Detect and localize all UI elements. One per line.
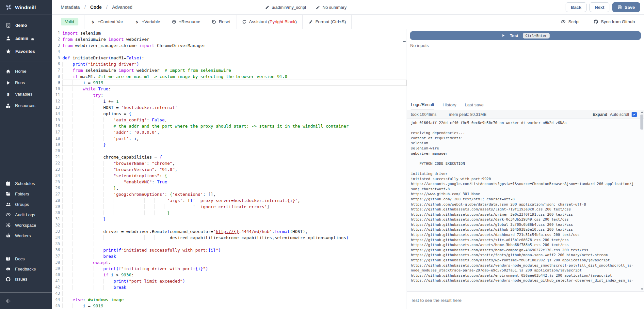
editor-mode-tab[interactable]: Metadata / — [61, 5, 86, 10]
code-line[interactable]: 36 print(f"initiated successfully with p… — [52, 247, 407, 253]
script-summary[interactable]: No summary — [316, 5, 346, 10]
code-line[interactable]: 10 while True: — [52, 86, 407, 92]
logs-tab[interactable]: History — [443, 102, 456, 110]
code-line[interactable]: 20 — [52, 148, 407, 154]
code-line[interactable]: 45 i = 9919 — [52, 303, 407, 309]
code-line[interactable]: 32 — [52, 222, 407, 228]
sidebar-nav-item[interactable]: Issues — [0, 274, 52, 284]
scroll-down-icon[interactable] — [641, 288, 643, 290]
sync-from-github-button[interactable]: Sync from Github — [591, 19, 637, 24]
logs-tab[interactable]: Logs/Result — [411, 102, 434, 110]
code-line[interactable]: 27 'goog:chromeOptions': {'extensions': … — [52, 191, 407, 197]
code-line[interactable]: 26 }, — [52, 185, 407, 191]
sidebar-item-label: Schedules — [15, 181, 35, 186]
sidebar-nav-item[interactable]: Groups — [0, 199, 52, 209]
book-icon — [6, 256, 11, 262]
code-line[interactable]: 44 else: #windows image — [52, 297, 407, 303]
code-line[interactable]: 30 } — [52, 210, 407, 216]
code-line[interactable]: 1import selenium — [52, 30, 407, 36]
sidebar-workspace-item[interactable]: demo — [0, 19, 52, 32]
editor-mode-tab[interactable]: Advanced / — [112, 5, 132, 10]
sidebar-nav-item[interactable]: Schedules — [0, 178, 52, 189]
code-line[interactable]: 7 from seleniumwire import webdriver # I… — [52, 67, 407, 73]
format-button[interactable]: Format (Ctrl+S) — [302, 15, 351, 29]
code-line[interactable]: 37 break — [52, 253, 407, 259]
expand-logs-link[interactable]: Expand — [592, 112, 607, 117]
script-kind-button[interactable]: Script — [559, 19, 582, 24]
editor-mode-tab[interactable]: Code / — [90, 5, 107, 10]
test-button[interactable]: Test Ctrl+Enter — [410, 31, 641, 40]
sidebar-nav-item[interactable]: Variables — [0, 88, 52, 100]
script-path-label: u/admin/my_script — [272, 5, 306, 10]
logs-tab[interactable]: Last save — [465, 102, 484, 110]
add-context-var-button[interactable]: +Context Var — [85, 15, 129, 29]
sidebar-nav-item[interactable]: Runs — [0, 77, 52, 88]
logs-scrollbar[interactable] — [640, 110, 644, 291]
auto-scroll-label[interactable]: Auto scroll — [610, 112, 629, 117]
sidebar-workspace-item[interactable]: Favorites — [0, 45, 52, 58]
code-line[interactable]: 24 "selenoid:options": { — [52, 173, 407, 179]
code-line[interactable]: 43 — [52, 290, 407, 297]
sidebar-nav-item[interactable]: Home — [0, 66, 52, 77]
sidebar-nav-item[interactable]: Feedbacks — [0, 264, 52, 274]
script-path[interactable]: u/admin/my_script — [265, 5, 306, 10]
sidebar-nav-item[interactable]: Workers — [0, 230, 52, 241]
sidebar-nav-item[interactable]: Resources — [0, 100, 52, 111]
sidebar-nav-item[interactable]: Folders — [0, 189, 52, 199]
job-mem-peak: mem peak: 80.31MB — [449, 112, 487, 117]
app-logo[interactable]: Windmill — [0, 0, 52, 15]
code-line[interactable]: 33 driver = webdriver.Remote(command_exe… — [52, 228, 407, 235]
code-line[interactable]: 17 'addr': '0.0.0.0', — [52, 129, 407, 135]
editor-scrollbar[interactable] — [402, 29, 407, 309]
code-line[interactable]: 6 print("initiating driver") — [52, 61, 407, 67]
add-resource-button[interactable]: +Resource — [166, 15, 206, 29]
code-line[interactable]: 21 chrome_capabilities = { — [52, 154, 407, 160]
code-line[interactable]: 15 'auto_config': False, — [52, 117, 407, 123]
code-editor[interactable]: 1import selenium2from seleniumwire impor… — [52, 29, 407, 309]
sidebar-workspace-item[interactable]: admin — [0, 32, 52, 45]
code-line[interactable]: 16 # the addr and the port where the pro… — [52, 123, 407, 129]
code-line[interactable]: 35 — [52, 241, 407, 247]
code-line[interactable]: 41 print("port limit exceeded") — [52, 278, 407, 284]
auto-scroll-checkbox[interactable] — [632, 112, 637, 117]
code-line[interactable]: 13 HOST = 'host.docker.internal' — [52, 104, 407, 111]
assistant-button[interactable]: Assistant (Pyright Black) — [236, 15, 302, 29]
code-line[interactable]: 5def initiateDriver(macM1=False): — [52, 55, 407, 61]
add-variable-button[interactable]: +Variable — [129, 15, 166, 29]
sidebar-nav-item[interactable]: Workspace — [0, 220, 52, 230]
sidebar-nav-item[interactable]: Docs — [0, 254, 52, 264]
code-line[interactable]: 34 desired_capabilities=chrome_capabilit… — [52, 235, 407, 241]
code-line[interactable]: 9 i = 9919 — [52, 80, 407, 86]
collapse-sidebar-button[interactable] — [0, 293, 52, 309]
code-line[interactable]: 42 break — [52, 284, 407, 290]
code-line[interactable]: 18 'port': i, — [52, 135, 407, 142]
code-line[interactable]: 23 "browserVersion": "91.0", — [52, 166, 407, 173]
code-line[interactable]: 25 "enableVNC": True — [52, 179, 407, 185]
code-line[interactable]: 22 "browserName": "chrome", — [52, 160, 407, 166]
code-line[interactable]: 31 } — [52, 216, 407, 222]
code-line[interactable]: 19 } — [52, 142, 407, 148]
reset-button[interactable]: Reset — [206, 15, 236, 29]
code-line[interactable]: 14 options = { — [52, 111, 407, 117]
code-line[interactable]: 38 except: — [52, 259, 407, 266]
code-line[interactable]: 3from webdriver_manager.chrome import Ch… — [52, 42, 407, 49]
toolbar-right: Script Sync from Github — [559, 19, 637, 24]
code-line[interactable]: 8 if macM1: #if we are on mac m1 -> cust… — [52, 73, 407, 80]
sidebar-nav-item[interactable]: Audit Logs — [0, 209, 52, 220]
code-line[interactable]: 28 'args': [f'--proxy-server=host.docker… — [52, 197, 407, 204]
code-line[interactable]: 39 print(f"initiating driver with port:{… — [52, 266, 407, 272]
job-duration: took 10046ms — [411, 112, 437, 117]
code-line[interactable]: 2from seleniumwire import webdriver — [52, 36, 407, 42]
logs-output[interactable]: job 01864aff-22dd-cf40-f0c5-0ec8e9b50c70… — [407, 119, 644, 291]
back-button[interactable]: Back — [566, 2, 587, 12]
code-line[interactable]: 29 '--ignore-certificate-errors'] — [52, 204, 407, 210]
next-button[interactable]: Next — [589, 2, 609, 12]
save-button[interactable]: Save — [612, 2, 640, 12]
code-line[interactable]: 40 if i > 9930: — [52, 272, 407, 278]
scrollbar-thumb[interactable] — [640, 115, 643, 130]
code-line[interactable]: 4 — [52, 49, 407, 55]
scroll-up-icon[interactable] — [641, 111, 643, 113]
code-line[interactable]: 11 try: — [52, 92, 407, 98]
code-line[interactable]: 12 i += 1 — [52, 98, 407, 104]
dollar-icon — [135, 20, 139, 24]
